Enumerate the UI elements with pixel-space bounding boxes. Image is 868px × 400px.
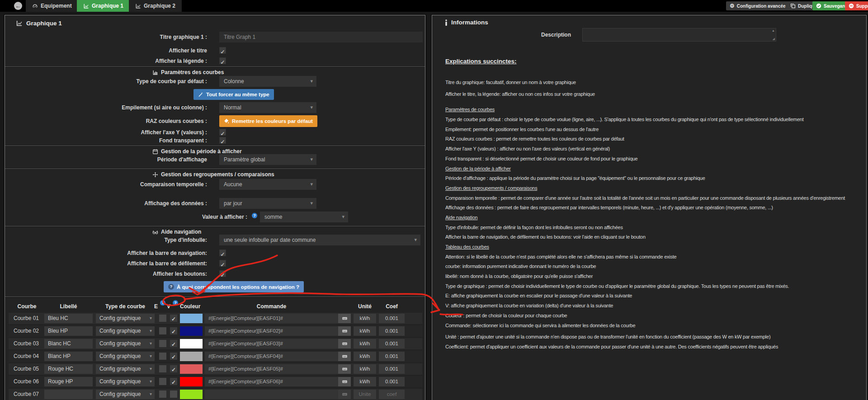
description-label: Description [432,32,571,38]
curve-type-select[interactable]: Config graphique [96,326,155,336]
data-display-select[interactable]: par jour [219,198,316,209]
curve-v-checkbox[interactable] [170,365,177,372]
back-button[interactable]: ← [14,2,22,10]
show-title-checkbox[interactable] [219,47,226,54]
show-legend-checkbox[interactable] [219,57,226,64]
stacking-select[interactable]: Normal [219,102,316,113]
curve-command-input[interactable]: #[Energie][Compteur][EASF01]# [205,314,338,323]
curve-label-input[interactable]: Blanc HC [44,339,93,348]
tooltip-type-select[interactable]: une seule infobulle par date commune [219,235,420,245]
col-header-commande: Commande [205,302,338,311]
curve-color-swatch[interactable] [180,352,203,361]
curve-type-select[interactable]: Config graphique [96,314,155,323]
curve-type-select[interactable]: Config graphique [96,364,155,374]
curve-e-checkbox[interactable] [159,340,166,347]
curve-type-select[interactable]: Config graphique [96,377,155,386]
curve-e-checkbox[interactable] [159,327,166,334]
curve-v-checkbox[interactable] [170,315,177,322]
curve-unit-input[interactable]: kWh [354,377,376,386]
curve-e-checkbox[interactable] [159,391,166,398]
curve-command-input[interactable]: #[Energie][Compteur][EASF05]# [205,364,338,374]
curve-command-picker-button[interactable] [338,314,351,323]
curve-e-checkbox[interactable] [159,315,166,322]
curve-command-input[interactable]: #[Energie][Compteur][EASF06]# [205,377,338,386]
resize-grip-icon[interactable]: ◢ [773,37,775,41]
tab-graphique-2[interactable]: Graphique 2 [129,0,182,12]
v-help-icon[interactable]: ? [173,300,178,306]
curve-e-checkbox[interactable] [159,378,166,385]
display-period-select[interactable]: Paramètre global [219,154,316,165]
curve-v-checkbox[interactable] [170,340,177,347]
curve-type-select[interactable]: Config graphique [96,339,155,348]
value-help-icon[interactable]: ? [252,213,257,218]
curve-label-input[interactable] [44,390,93,399]
default-curve-type-select[interactable]: Colonne [219,76,316,87]
curve-coef-input[interactable]: 0.001 [379,326,405,336]
curve-coef-input[interactable]: 0.001 [379,377,405,386]
delete-button[interactable]: Supprimer [845,1,868,10]
transparent-background-checkbox[interactable] [219,137,226,144]
curve-coef-input[interactable]: coef [379,390,405,399]
advanced-configuration-button[interactable]: ⚙ Configuration avancée [726,1,789,10]
curve-coef-input[interactable]: 0.001 [379,352,405,361]
curve-command-input[interactable]: #[Energie][Compteur][EASF03]# [205,339,338,348]
explanation-line: Comparaison temporelle : permet de compa… [445,193,863,203]
graph-title-input[interactable]: Titre Graph 1 [219,32,423,42]
show-navigator-checkbox[interactable] [219,249,226,256]
curve-unit-input[interactable]: kWh [354,326,376,336]
curve-unit-input[interactable]: Unite [354,390,376,399]
curve-unit-input[interactable]: kWh [354,364,376,374]
curve-type-select[interactable]: Config graphique [96,390,155,399]
curve-color-swatch[interactable] [180,339,203,348]
curve-v-checkbox[interactable] [170,391,177,398]
reset-colors-button[interactable]: Remettre les couleurs par défaut [219,115,317,127]
temporal-comparison-select[interactable]: Aucune [219,179,316,190]
curve-label-input[interactable]: Bleu HP [44,326,93,336]
show-scrollbar-checkbox[interactable] [219,260,226,267]
e-help-icon[interactable]: ? [160,300,165,306]
curve-v-checkbox[interactable] [170,378,177,385]
curve-command-input[interactable] [205,390,338,399]
curve-command-picker-button[interactable] [338,352,351,361]
description-textarea[interactable]: ▲ ◢ [582,28,776,42]
explanation-section-heading: Gestion des regroupements / comparaisons [445,184,863,193]
arrow-left-icon: ← [15,3,21,9]
explanation-line: Commande: sélectionner ici la commande q… [445,321,863,331]
show-buttons-checkbox[interactable] [219,270,226,277]
curve-label-input[interactable]: Rouge HP [44,377,93,386]
curve-color-swatch[interactable] [180,377,203,386]
curve-command-picker-button[interactable] [338,390,351,399]
curve-command-input[interactable]: #[Energie][Compteur][EASF04]# [205,352,338,361]
glasses-icon [152,229,158,235]
curve-label-input[interactable]: Blanc HP [44,352,93,361]
curve-label-input[interactable]: Rouge HC [44,364,93,374]
curve-color-swatch[interactable] [180,364,203,374]
tab-equipement[interactable]: Equipement [26,0,78,12]
value-to-display-select[interactable]: somme [260,212,348,222]
tab-graphique-1[interactable]: Graphique 1 [77,0,130,12]
curve-coef-input[interactable]: 0.001 [379,364,405,374]
curve-type-select[interactable]: Config graphique [96,352,155,361]
curve-unit-input[interactable]: kWh [354,339,376,348]
curve-v-checkbox[interactable] [170,353,177,360]
force-same-type-button[interactable]: Tout forcer au même type [193,89,274,100]
curve-command-picker-button[interactable] [338,364,351,374]
navigation-options-help-button[interactable]: ? À quoi correspondent les options de na… [164,281,304,292]
curve-command-input[interactable]: #[Energie][Compteur][EASF02]# [205,326,338,336]
curve-unit-input[interactable]: kWh [354,314,376,323]
scroll-up-icon[interactable]: ▲ [772,29,775,32]
curve-command-picker-button[interactable] [338,377,351,386]
curve-color-swatch[interactable] [180,390,203,399]
curve-e-checkbox[interactable] [159,365,166,372]
curve-color-swatch[interactable] [180,314,203,323]
curve-color-swatch[interactable] [180,326,203,336]
curve-label-input[interactable]: Bleu HC [44,314,93,323]
curve-command-picker-button[interactable] [338,326,351,336]
curve-command-picker-button[interactable] [338,339,351,348]
curve-e-checkbox[interactable] [159,353,166,360]
curve-unit-input[interactable]: kWh [354,352,376,361]
show-y-axis-checkbox[interactable] [219,129,226,136]
curve-coef-input[interactable]: 0.001 [379,339,405,348]
curve-coef-input[interactable]: 0.001 [379,314,405,323]
curve-v-checkbox[interactable] [170,327,177,334]
